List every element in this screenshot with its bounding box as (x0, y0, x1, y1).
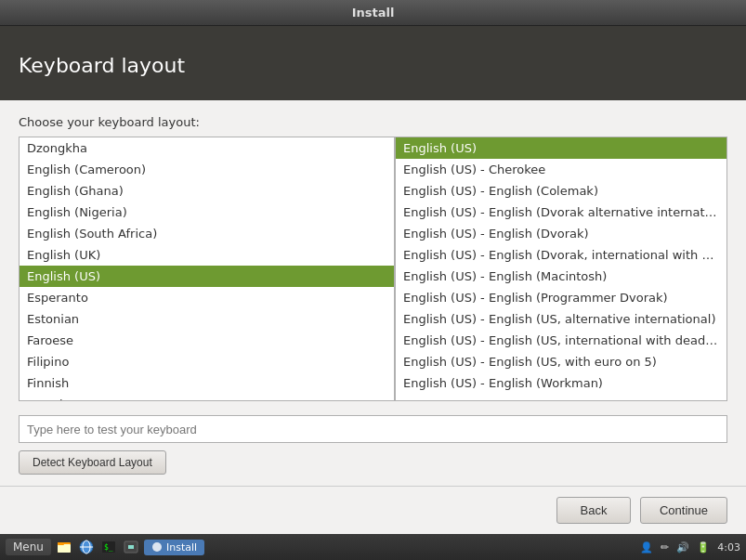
list-item[interactable]: Filipino (20, 351, 394, 372)
lists-container: DzongkhaEnglish (Cameroon)English (Ghana… (19, 137, 727, 406)
layout-variant-list[interactable]: English (US)English (US) - CherokeeEngli… (395, 137, 727, 401)
list-item[interactable]: English (US) - English (Dvorak, internat… (396, 244, 726, 266)
svg-point-10 (152, 542, 162, 552)
list-item[interactable]: Finnish (20, 372, 394, 394)
content-area: Choose your keyboard layout: DzongkhaEng… (0, 100, 746, 486)
list-item[interactable]: English (US) - Cherokee (396, 159, 726, 180)
svg-rect-9 (128, 545, 134, 549)
list-item[interactable]: English (US) - English (Dvorak alternati… (396, 202, 726, 223)
list-item[interactable]: Esperanto (20, 287, 394, 308)
list-item[interactable]: English (South Africa) (20, 223, 394, 244)
list-item[interactable]: English (US) - English (US, alternative … (396, 308, 726, 330)
file-manager-icon[interactable] (55, 538, 73, 556)
taskbar-menu[interactable]: Menu (6, 539, 51, 555)
list-item[interactable]: English (US) - English (US, internationa… (396, 330, 726, 351)
install-task-button[interactable]: Install (144, 540, 204, 555)
list-item[interactable]: English (UK) (20, 244, 394, 266)
list-item[interactable]: English (US) - English (Workman) (396, 372, 726, 394)
title-bar: Install (0, 0, 746, 26)
language-list[interactable]: DzongkhaEnglish (Cameroon)English (Ghana… (19, 137, 395, 401)
header: Keyboard layout (0, 26, 746, 100)
list-item[interactable]: Dzongkha (20, 137, 394, 159)
taskbar: Menu $_ Install 👤 ✏ 🔊 🔋 4:03 (0, 534, 746, 560)
svg-rect-2 (58, 542, 64, 545)
list-item[interactable]: English (US) - English (Macintosh) (396, 266, 726, 287)
detect-keyboard-button[interactable]: Detect Keyboard Layout (19, 450, 166, 475)
edit-icon: ✏ (661, 541, 669, 553)
continue-button[interactable]: Continue (640, 497, 727, 524)
list-item[interactable]: English (US) (396, 137, 726, 159)
list-item[interactable]: French (20, 394, 394, 401)
taskbar-right: 👤 ✏ 🔊 🔋 4:03 (640, 541, 740, 553)
list-item[interactable]: English (US) - English (US, with euro on… (396, 351, 726, 372)
list-item[interactable]: English (US) - English (Colemak) (396, 180, 726, 202)
list-item[interactable]: English (US) (20, 266, 394, 287)
list-item[interactable]: English (Cameroon) (20, 159, 394, 180)
title-label: Install (352, 6, 395, 20)
installer-window: Keyboard layout Choose your keyboard lay… (0, 26, 746, 534)
list-item[interactable]: Faroese (20, 330, 394, 351)
list-item[interactable]: Estonian (20, 308, 394, 330)
keyboard-test-input[interactable] (19, 415, 727, 443)
svg-text:$_: $_ (104, 543, 113, 552)
battery-icon: 🔋 (697, 541, 710, 553)
network-icon[interactable] (122, 538, 140, 556)
list-item[interactable]: English (Nigeria) (20, 202, 394, 223)
back-button[interactable]: Back (556, 497, 631, 524)
speaker-icon: 🔊 (676, 541, 689, 553)
install-task-label: Install (166, 541, 197, 553)
page-title: Keyboard layout (19, 54, 185, 77)
terminal-icon[interactable]: $_ (99, 538, 118, 556)
browser-icon[interactable] (77, 538, 96, 556)
nav-bar: Back Continue (0, 486, 746, 534)
clock: 4:03 (717, 541, 740, 553)
list-item[interactable]: English (US) - English (Programmer Dvora… (396, 287, 726, 308)
list-item[interactable]: English (Ghana) (20, 180, 394, 202)
svg-rect-1 (58, 544, 71, 553)
choose-label: Choose your keyboard layout: (19, 115, 727, 129)
list-item[interactable]: English (US) - English (Dvorak) (396, 223, 726, 244)
person-icon: 👤 (640, 541, 653, 553)
